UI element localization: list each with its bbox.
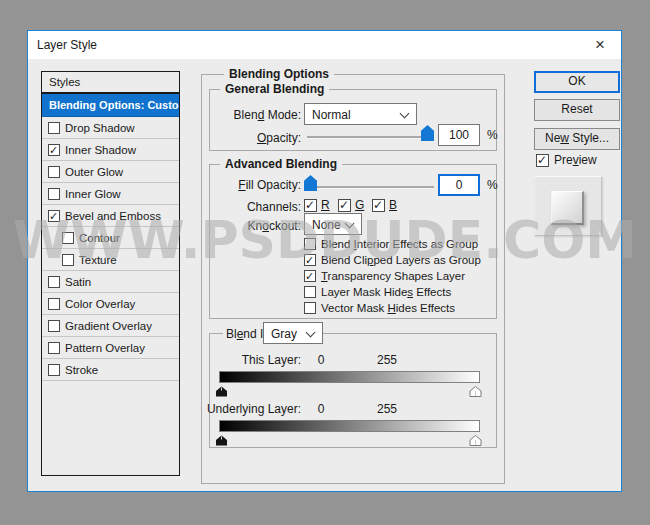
underlying-layer-white-marker[interactable] [469,432,482,443]
satin-checkbox[interactable] [48,276,60,288]
general-blending-title: General Blending [220,82,329,96]
color-overlay-checkbox[interactable] [48,298,60,310]
fill-opacity-slider-track[interactable] [307,186,434,189]
knockout-label: Knockout: [197,219,301,233]
blend-clipped-checkbox[interactable] [304,254,316,266]
sidebar-item-contour[interactable]: Contour [42,227,179,249]
channel-b-checkbox[interactable] [372,199,385,212]
pattern-overlay-checkbox[interactable] [48,342,60,354]
opacity-input[interactable] [438,124,480,146]
fill-opacity-input[interactable] [438,174,480,196]
blend-if-select[interactable]: Gray [263,322,323,344]
ok-button[interactable]: OK [534,71,620,93]
sidebar-item-gradient-overlay[interactable]: Gradient Overlay [42,315,179,337]
sidebar-item-satin[interactable]: Satin [42,271,179,293]
channel-b[interactable]: B [372,198,397,212]
sidebar-item-outer-glow[interactable]: Outer Glow [42,161,179,183]
sidebar-item-inner-glow[interactable]: Inner Glow [42,183,179,205]
underlying-layer-gradient-bar [219,420,480,432]
styles-list: Styles Blending Options: Custom Drop Sha… [41,71,180,476]
underlying-layer-label: Underlying Layer: [197,402,301,416]
option-blend-clipped-layers[interactable]: Blend Clipped Layers as Group [304,253,481,267]
texture-checkbox[interactable] [62,254,74,266]
drop-shadow-checkbox[interactable] [48,122,60,134]
sidebar-item-drop-shadow[interactable]: Drop Shadow [42,117,179,139]
stroke-checkbox[interactable] [48,364,60,376]
desktop-background: Layer Style × Styles Blending Options: C… [0,0,650,525]
channel-r-checkbox[interactable] [304,199,317,212]
opacity-percent-sign: % [487,128,498,142]
sidebar-item-inner-shadow[interactable]: Inner Shadow [42,139,179,161]
preview-cube [551,191,584,225]
underlying-layer-max: 255 [373,402,401,416]
sidebar-item-pattern-overlay[interactable]: Pattern Overlay [42,337,179,359]
sidebar-item-stroke[interactable]: Stroke [42,359,179,381]
contour-checkbox[interactable] [62,232,74,244]
preview-toggle[interactable]: Preview [536,153,597,167]
this-layer-white-marker[interactable] [469,383,482,394]
reset-button[interactable]: Reset [534,99,620,121]
opacity-slider-track[interactable] [307,136,434,139]
sidebar-item-color-overlay[interactable]: Color Overlay [42,293,179,315]
layer-mask-hides-checkbox[interactable] [304,286,316,298]
sidebar-item-texture[interactable]: Texture [42,249,179,271]
layer-style-dialog: Layer Style × Styles Blending Options: C… [27,30,622,492]
option-transparency-shapes[interactable]: Transparency Shapes Layer [304,269,465,283]
outer-glow-checkbox[interactable] [48,166,60,178]
chevron-down-icon [345,219,355,229]
vector-mask-hides-checkbox[interactable] [304,302,316,314]
dialog-title: Layer Style [37,38,97,52]
option-vector-mask-hides[interactable]: Vector Mask Hides Effects [304,301,455,315]
this-layer-min: 0 [313,353,329,367]
close-button[interactable]: × [579,31,621,59]
style-preview-thumbnail [534,176,602,236]
fill-opacity-percent-sign: % [487,178,498,192]
blend-mode-label: Blend Mode: [197,108,301,122]
channel-g[interactable]: G [338,198,364,212]
knockout-select[interactable]: None [304,213,362,235]
new-style-button[interactable]: New Style... [534,128,620,150]
fill-opacity-label: Fill Opacity: [197,178,301,192]
channel-r[interactable]: R [304,198,330,212]
preview-checkbox[interactable] [536,154,549,167]
channel-g-checkbox[interactable] [338,199,351,212]
underlying-layer-black-marker[interactable] [215,432,228,443]
sidebar-item-bevel-and-emboss[interactable]: Bevel and Emboss [42,205,179,227]
styles-list-header: Styles [42,72,179,94]
sidebar-item-blending-options[interactable]: Blending Options: Custom [42,94,179,117]
title-bar[interactable]: Layer Style × [28,31,621,59]
opacity-label: Opacity: [197,131,301,145]
option-blend-interior-effects[interactable]: Blend Interior Effects as Group [304,237,478,251]
this-layer-black-marker[interactable] [215,383,228,394]
blend-interior-checkbox[interactable] [304,238,316,250]
inner-glow-checkbox[interactable] [48,188,60,200]
this-layer-max: 255 [373,353,401,367]
advanced-blending-title: Advanced Blending [220,157,342,171]
this-layer-gradient-bar [219,371,480,383]
bevel-emboss-checkbox[interactable] [48,210,60,222]
option-layer-mask-hides[interactable]: Layer Mask Hides Effects [304,285,451,299]
gradient-overlay-checkbox[interactable] [48,320,60,332]
underlying-layer-min: 0 [313,402,329,416]
chevron-down-icon [306,328,316,338]
channels-label: Channels: [197,200,301,214]
this-layer-label: This Layer: [197,353,301,367]
chevron-down-icon [400,109,410,119]
blend-mode-select[interactable]: Normal [304,103,417,125]
inner-shadow-checkbox[interactable] [48,144,60,156]
transparency-shapes-checkbox[interactable] [304,270,316,282]
blending-options-title: Blending Options [224,67,334,81]
close-icon: × [595,34,605,56]
